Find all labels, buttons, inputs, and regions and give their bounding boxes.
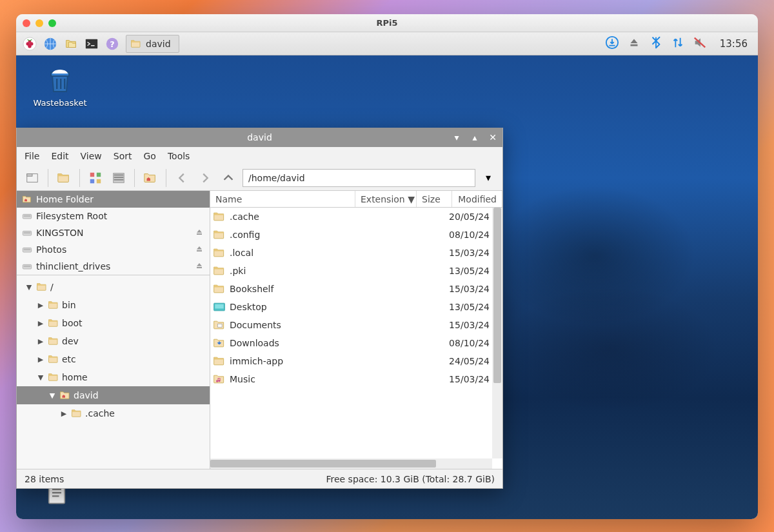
- file-modified: 08/10/24: [442, 230, 492, 240]
- menu-tools[interactable]: Tools: [168, 151, 190, 161]
- place-kingston[interactable]: KINGSTON: [17, 224, 210, 241]
- volume-muted-icon[interactable]: [693, 35, 707, 52]
- menu-raspberry-icon[interactable]: [20, 34, 39, 54]
- forward-button[interactable]: [196, 169, 214, 187]
- desktop-icon: [213, 300, 226, 313]
- file-row[interactable]: .pki13/05/24: [210, 262, 492, 280]
- place-label: Filesystem Root: [36, 211, 107, 221]
- folder-icon: [48, 371, 59, 383]
- tree-node-dev[interactable]: ▶dev: [17, 332, 210, 350]
- system-tray: 13:56: [605, 35, 754, 52]
- folder-icon: [213, 264, 226, 277]
- file-row[interactable]: .local15/03/24: [210, 244, 492, 262]
- file-row[interactable]: Desktop13/05/24: [210, 298, 492, 316]
- folder-icon: [48, 317, 59, 329]
- close-icon[interactable]: ✕: [487, 132, 499, 143]
- desktop-icon-wastebasket[interactable]: Wastebasket: [28, 64, 92, 108]
- host-titlebar[interactable]: RPi5: [16, 14, 758, 32]
- eject-icon[interactable]: [627, 35, 641, 52]
- path-input[interactable]: /home/david: [243, 169, 475, 187]
- file-row[interactable]: Downloads08/10/24: [210, 334, 492, 352]
- place-home-folder[interactable]: Home Folder: [17, 191, 210, 208]
- place-photos[interactable]: Photos: [17, 241, 210, 258]
- file-modified: 08/10/24: [442, 338, 492, 348]
- folder-icon: [48, 299, 59, 311]
- tree-node-bin[interactable]: ▶bin: [17, 296, 210, 314]
- twisty-icon[interactable]: ▼: [25, 283, 34, 291]
- tree-node-boot[interactable]: ▶boot: [17, 314, 210, 332]
- tree-node--[interactable]: ▼/: [17, 278, 210, 296]
- menu-edit[interactable]: Edit: [51, 151, 68, 161]
- bluetooth-icon[interactable]: [649, 35, 663, 52]
- horizontal-scrollbar[interactable]: [210, 458, 492, 469]
- fm-statusbar: 28 items Free space: 10.3 GiB (Total: 28…: [17, 469, 502, 488]
- place-label: Home Folder: [36, 194, 94, 204]
- vertical-scrollbar[interactable]: [492, 208, 502, 458]
- eject-icon[interactable]: [194, 227, 204, 239]
- column-size[interactable]: Size: [417, 191, 452, 207]
- file-row[interactable]: .config08/10/24: [210, 226, 492, 244]
- taskbar-task-david[interactable]: david: [126, 35, 179, 53]
- host-title: RPi5: [16, 18, 758, 28]
- path-dropdown-button[interactable]: ▾: [481, 169, 496, 187]
- menu-view[interactable]: View: [81, 151, 102, 161]
- up-button[interactable]: [219, 169, 237, 187]
- file-row[interactable]: Music15/03/24: [210, 370, 492, 388]
- new-folder-button[interactable]: [55, 169, 73, 187]
- place-label: thinclient_drives: [36, 261, 110, 271]
- help-icon[interactable]: [103, 34, 122, 54]
- twisty-icon[interactable]: ▶: [36, 301, 45, 310]
- tree-node-etc[interactable]: ▶etc: [17, 350, 210, 368]
- file-name: .cache: [230, 212, 442, 222]
- tree-label: dev: [62, 336, 79, 346]
- twisty-icon[interactable]: ▶: [36, 355, 45, 364]
- eject-icon[interactable]: [194, 244, 204, 256]
- file-row[interactable]: Documents15/03/24: [210, 316, 492, 334]
- back-button[interactable]: [173, 169, 191, 187]
- clock[interactable]: 13:56: [720, 38, 748, 50]
- menu-file[interactable]: File: [25, 151, 39, 161]
- twisty-icon[interactable]: ▼: [36, 373, 45, 382]
- menu-go[interactable]: Go: [144, 151, 156, 161]
- twisty-icon[interactable]: ▶: [36, 337, 45, 346]
- eject-icon[interactable]: [194, 261, 204, 273]
- folder-icon: [59, 389, 71, 401]
- tree-node-david[interactable]: ▼david: [17, 386, 210, 404]
- column-modified[interactable]: Modified: [452, 191, 502, 207]
- column-extension[interactable]: Extension ▼: [355, 191, 417, 207]
- twisty-icon[interactable]: ▶: [59, 409, 68, 418]
- twisty-icon[interactable]: ▼: [48, 391, 57, 400]
- file-row[interactable]: Bookshelf15/03/24: [210, 280, 492, 298]
- desktop[interactable]: david 13:56 Wastebasket david: [16, 32, 758, 519]
- place-filesystem-root[interactable]: Filesystem Root: [17, 208, 210, 224]
- file-row[interactable]: immich-app24/05/24: [210, 352, 492, 370]
- terminal-icon[interactable]: [82, 34, 101, 54]
- list-view-button[interactable]: [110, 169, 128, 187]
- drive-icon: [22, 244, 32, 255]
- network-icon[interactable]: [671, 35, 685, 52]
- minimize-icon[interactable]: ▾: [451, 132, 462, 143]
- file-modified: 15/03/24: [442, 284, 492, 294]
- place-thinclient-drives[interactable]: thinclient_drives: [17, 258, 210, 275]
- menu-sort[interactable]: Sort: [114, 151, 132, 161]
- tree-label: /: [50, 282, 54, 292]
- folder-icon: [130, 38, 142, 50]
- folder-icon: [48, 353, 59, 365]
- file-manager-icon[interactable]: [61, 34, 81, 54]
- documents-icon: [213, 319, 226, 331]
- home-button[interactable]: [141, 169, 159, 187]
- new-tab-button[interactable]: [23, 169, 41, 187]
- twisty-icon[interactable]: ▶: [36, 319, 45, 328]
- tree-node--cache[interactable]: ▶.cache: [17, 404, 210, 422]
- place-label: KINGSTON: [36, 228, 84, 238]
- tree-node-home[interactable]: ▼home: [17, 368, 210, 386]
- column-name[interactable]: Name: [210, 191, 355, 207]
- folder-icon: [213, 228, 226, 241]
- web-browser-icon[interactable]: [41, 34, 60, 54]
- file-row[interactable]: .cache20/05/24: [210, 208, 492, 226]
- maximize-icon[interactable]: ▴: [469, 132, 481, 143]
- icon-view-button[interactable]: [86, 169, 104, 187]
- tree-label: etc: [62, 354, 76, 364]
- updates-icon[interactable]: [605, 35, 619, 52]
- fm-titlebar[interactable]: david ▾ ▴ ✕: [17, 128, 502, 147]
